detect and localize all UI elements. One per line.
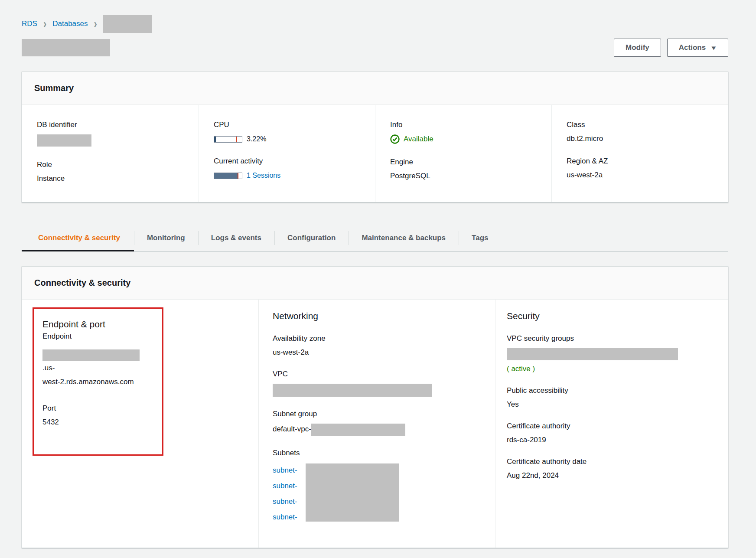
engine-field: Engine PostgreSQL xyxy=(390,158,537,180)
endpoint-port-highlight-box: Endpoint & port Endpoint .us- west-2.rds… xyxy=(33,307,163,456)
subnet-list: subnet- subnet- subnet- subnet- xyxy=(273,463,485,525)
availability-status-text: Available xyxy=(404,135,433,144)
actions-button-label: Actions xyxy=(679,43,706,52)
summary-col-class: Class db.t2.micro Region & AZ us-west-2a xyxy=(551,105,728,202)
security-heading: Security xyxy=(507,311,717,321)
region-az-field: Region & AZ us-west-2a xyxy=(567,157,713,179)
tab-connectivity-security[interactable]: Connectivity & security xyxy=(22,225,134,251)
scrollbar-track[interactable] xyxy=(754,0,756,558)
subnet-group-field: Subnet group default-vpc- xyxy=(273,410,485,436)
db-identifier-field: DB identifier xyxy=(37,121,184,147)
check-circle-icon xyxy=(390,134,400,144)
public-accessibility-field: Public accessibility Yes xyxy=(507,386,717,409)
tab-monitoring[interactable]: Monitoring xyxy=(134,225,198,251)
role-field: Role Instance xyxy=(37,160,184,183)
endpoint-port-heading: Endpoint & port xyxy=(42,319,153,330)
engine-label: Engine xyxy=(390,158,537,166)
endpoint-port-column: Endpoint & port Endpoint .us- west-2.rds… xyxy=(22,300,258,548)
region-az-label: Region & AZ xyxy=(567,157,713,166)
sessions-meter xyxy=(214,173,242,179)
subnet-group-redacted xyxy=(311,424,405,436)
summary-card: Summary DB identifier Role Instance CPU xyxy=(22,72,728,202)
availability-zone-field: Availability zone us-west-2a xyxy=(273,334,485,357)
subnet-group-prefix: default-vpc- xyxy=(273,425,311,433)
security-column: Security VPC security groups ( active ) … xyxy=(495,300,728,548)
certificate-authority-date-field: Certificate authority date Aug 22nd, 202… xyxy=(507,457,717,480)
availability-zone-label: Availability zone xyxy=(273,334,485,343)
tab-configuration[interactable]: Configuration xyxy=(274,225,349,251)
header-actions: Modify Actions▼ xyxy=(614,39,728,57)
vpc-id-redacted xyxy=(273,384,432,397)
rds-database-detail-page: RDS › Databases › Modify Actions▼ Summar… xyxy=(0,0,756,548)
certificate-authority-label: Certificate authority xyxy=(507,422,717,431)
chevron-down-icon: ▼ xyxy=(710,45,717,51)
summary-col-activity: CPU 3.22% Current activity xyxy=(199,105,375,202)
page-title-redacted xyxy=(22,39,110,56)
subnets-field: Subnets subnet- subnet- subnet- subnet- xyxy=(273,449,485,525)
cpu-label: CPU xyxy=(214,121,360,129)
db-identifier-redacted xyxy=(37,134,91,147)
tab-maintenance-backups[interactable]: Maintenance & backups xyxy=(349,225,459,251)
public-accessibility-value: Yes xyxy=(507,400,717,409)
subnet-ids-redacted xyxy=(306,463,399,522)
subnets-label: Subnets xyxy=(273,449,485,457)
networking-column: Networking Availability zone us-west-2a … xyxy=(258,300,495,548)
endpoint-value: .us- west-2.rds.amazonaws.com xyxy=(42,348,151,388)
port-value: 5432 xyxy=(42,418,153,427)
region-az-value: us-west-2a xyxy=(567,171,713,179)
role-value: Instance xyxy=(37,174,184,183)
connectivity-card-title: Connectivity & security xyxy=(34,278,716,288)
info-label: Info xyxy=(390,121,537,129)
endpoint-host-redacted xyxy=(42,349,140,361)
modify-button[interactable]: Modify xyxy=(614,39,661,57)
endpoint-suffix-1: .us- xyxy=(42,364,55,372)
current-activity-label: Current activity xyxy=(214,157,360,166)
summary-col-identity: DB identifier Role Instance xyxy=(22,105,199,202)
page-header: Modify Actions▼ xyxy=(22,39,728,57)
endpoint-label: Endpoint xyxy=(42,332,153,341)
breadcrumb-rds-link[interactable]: RDS xyxy=(22,20,37,28)
breadcrumb-databases-link[interactable]: Databases xyxy=(52,20,88,28)
class-label: Class xyxy=(567,121,713,129)
sessions-link[interactable]: 1 Sessions xyxy=(247,172,280,179)
engine-value: PostgreSQL xyxy=(390,172,537,180)
summary-card-header: Summary xyxy=(22,72,728,105)
tab-logs-events[interactable]: Logs & events xyxy=(198,225,274,251)
security-group-status: ( active ) xyxy=(507,365,717,373)
class-field: Class db.t2.micro xyxy=(567,121,713,143)
tab-tags[interactable]: Tags xyxy=(459,225,501,251)
subnet-group-label: Subnet group xyxy=(273,410,485,418)
summary-body: DB identifier Role Instance CPU xyxy=(22,105,728,202)
endpoint-suffix-2: west-2.rds.amazonaws.com xyxy=(42,378,134,386)
info-field: Info Available xyxy=(390,121,537,144)
vpc-label: VPC xyxy=(273,370,485,379)
availability-zone-value: us-west-2a xyxy=(273,348,485,357)
actions-button[interactable]: Actions▼ xyxy=(667,39,728,57)
breadcrumb-db-name-redacted xyxy=(103,15,152,33)
connectivity-card-body: Endpoint & port Endpoint .us- west-2.rds… xyxy=(22,300,728,548)
cpu-field: CPU 3.22% xyxy=(214,121,360,143)
networking-heading: Networking xyxy=(273,311,485,321)
class-value: db.t2.micro xyxy=(567,134,713,143)
breadcrumb: RDS › Databases › xyxy=(22,14,728,33)
security-group-redacted xyxy=(507,348,678,360)
breadcrumb-separator-icon: › xyxy=(43,17,46,31)
certificate-authority-field: Certificate authority rds-ca-2019 xyxy=(507,422,717,444)
connectivity-security-card: Connectivity & security Endpoint & port … xyxy=(22,266,728,548)
availability-status: Available xyxy=(390,134,537,144)
port-label: Port xyxy=(42,404,153,413)
detail-tabs: Connectivity & security Monitoring Logs … xyxy=(22,225,728,251)
public-accessibility-label: Public accessibility xyxy=(507,386,717,395)
cpu-value: 3.22% xyxy=(247,135,266,143)
connectivity-card-header: Connectivity & security xyxy=(22,267,728,300)
certificate-authority-date-value: Aug 22nd, 2024 xyxy=(507,471,717,480)
role-label: Role xyxy=(37,160,184,169)
vpc-security-groups-label: VPC security groups xyxy=(507,334,717,343)
vpc-field: VPC xyxy=(273,370,485,397)
summary-col-status: Info Available Engine PostgreSQL xyxy=(375,105,551,202)
vpc-security-groups-field: VPC security groups ( active ) xyxy=(507,334,717,373)
summary-title: Summary xyxy=(34,83,716,93)
certificate-authority-value: rds-ca-2019 xyxy=(507,436,717,444)
current-activity-field: Current activity 1 Sessions xyxy=(214,157,360,179)
db-identifier-label: DB identifier xyxy=(37,121,184,129)
